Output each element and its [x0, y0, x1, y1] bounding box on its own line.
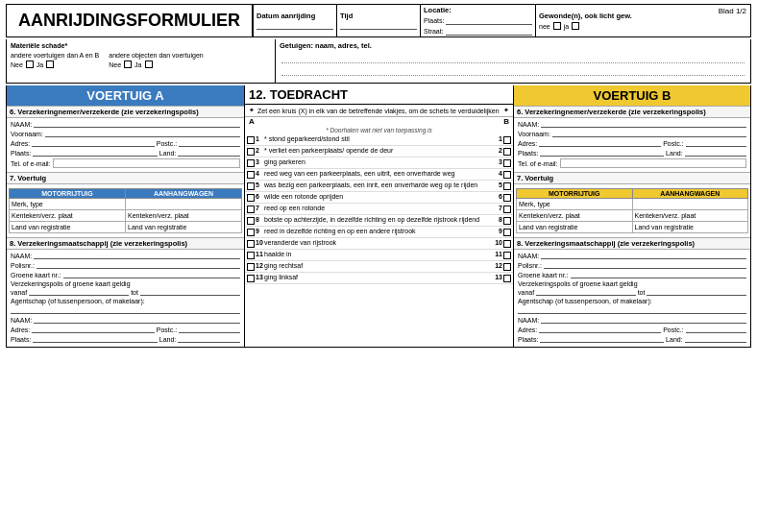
naam-b-field[interactable]	[541, 120, 746, 128]
land-b-field[interactable]	[685, 149, 746, 157]
polisnr-a-field[interactable]	[37, 261, 240, 269]
td-cb-b-10[interactable]: 10	[496, 239, 511, 248]
landreg-b-aanhang[interactable]: Land van registratie	[632, 222, 748, 233]
kenteken-b-motor[interactable]: Kenteken/verz. plaat	[517, 210, 633, 222]
vanaf-b-field[interactable]	[536, 288, 636, 296]
landreg-a-motor[interactable]: Land van registratie	[10, 222, 126, 233]
adres2a-field[interactable]	[32, 326, 155, 333]
sec6a-header: 6. Verzekeringnemer/verzekerde (zie verz…	[7, 106, 244, 118]
kenteken-a-aanhang[interactable]: Kenteken/verz. plaat	[126, 210, 242, 222]
groenekrt-a-field[interactable]	[63, 271, 240, 278]
nee-checkbox[interactable]	[553, 22, 561, 30]
postc-b-field[interactable]	[686, 139, 746, 147]
mat-ja1-cb[interactable]	[46, 60, 54, 68]
vanaf-a-field[interactable]	[29, 288, 129, 296]
land2a-field[interactable]	[178, 335, 240, 343]
postc2b-field[interactable]	[686, 326, 746, 333]
td-cb-a-7[interactable]: 7	[247, 205, 262, 213]
td-cb-b-8[interactable]: 8	[496, 216, 511, 225]
td-cb-a-10[interactable]: 10	[247, 239, 262, 248]
td-cb-b-6[interactable]: 6	[496, 193, 511, 202]
kenteken-b-aanhang[interactable]: Kenteken/verz. plaat	[632, 210, 748, 222]
td-cb-b-11[interactable]: 11	[496, 251, 511, 259]
td-cb-b-5[interactable]: 5	[496, 181, 511, 190]
tot-b-field[interactable]	[647, 288, 746, 296]
td-cb-a-11[interactable]: 11	[247, 251, 262, 259]
td-cb-a-4[interactable]: 4	[247, 170, 262, 179]
landreg-a-aanhang[interactable]: Land van registratie	[126, 222, 242, 233]
land2b-field[interactable]	[685, 335, 746, 343]
postc-a-field[interactable]	[179, 139, 240, 147]
postc2a-label: Postc.:	[157, 326, 177, 333]
naam2a-field[interactable]	[34, 252, 240, 259]
straat-line[interactable]	[446, 28, 532, 36]
naam3a-field[interactable]	[34, 316, 240, 324]
postc2a-field[interactable]	[179, 326, 240, 333]
plaats-line[interactable]	[446, 17, 532, 25]
adres-a-field[interactable]	[32, 139, 155, 147]
td-cb-a-3[interactable]: 3	[247, 158, 262, 167]
page: AANRIJDINGSFORMULIER Datum aanrijding Ti…	[0, 0, 757, 532]
td-cb-b-1[interactable]: 1	[496, 135, 511, 144]
landreg-b-motor[interactable]: Land van registratie	[517, 222, 633, 233]
td-cb-a-1[interactable]: 1	[247, 135, 262, 144]
td-cb-b-3[interactable]: 3	[496, 158, 511, 167]
tijd-cell: Tijd	[337, 5, 421, 36]
gkgeldig-a-row: vanaf tot	[11, 288, 240, 296]
polisnr-b-row: Polisnr.:	[518, 261, 746, 269]
mat-nee2-cb[interactable]	[124, 60, 132, 68]
td-cb-a-5[interactable]: 5	[247, 181, 262, 190]
adres-b-field[interactable]	[539, 139, 661, 147]
kenteken-a-motor[interactable]: Kenteken/verz. plaat	[10, 210, 126, 222]
td-cb-a-6[interactable]: 6	[247, 193, 262, 202]
land-a-field[interactable]	[178, 149, 240, 157]
sec8b-header: 8. Verzekeringsmaatschappij (zie verzeke…	[514, 237, 750, 250]
td-cb-b-13[interactable]: 13	[496, 274, 511, 282]
voornaam-a-row: Voornaam:	[11, 130, 240, 137]
groenekrt-b-field[interactable]	[571, 271, 746, 278]
td-cb-b-9[interactable]: 9	[496, 228, 511, 236]
td-cb-a-9[interactable]: 9	[247, 228, 262, 236]
voornaam-b-field[interactable]	[552, 130, 746, 137]
td-cb-a-8[interactable]: 8	[247, 216, 262, 225]
naam3b-field[interactable]	[541, 316, 746, 324]
merk-b-motor[interactable]: Merk, type	[517, 199, 633, 210]
merk-a-aanhang[interactable]	[126, 199, 242, 210]
landreg-b-row: Land van registratie Land van registrati…	[517, 222, 748, 233]
tel-b-field[interactable]	[560, 158, 746, 168]
merk-b-row: Merk, type	[517, 199, 748, 210]
plaats2b-field[interactable]	[540, 335, 664, 343]
td-cb-b-12[interactable]: 12	[496, 262, 511, 271]
agentschap-a-field[interactable]	[11, 306, 240, 314]
agentschap-b-field[interactable]	[518, 306, 746, 314]
naam-a-field[interactable]	[34, 120, 240, 128]
plaats2a-field[interactable]	[33, 335, 157, 343]
polisnr-b-field[interactable]	[544, 261, 746, 269]
plaats-b-field[interactable]	[540, 149, 664, 157]
td-cb-b-7[interactable]: 7	[496, 205, 511, 213]
getuigen-line1[interactable]	[281, 54, 745, 63]
td-cb-a-13[interactable]: 13	[247, 274, 262, 282]
getuigen-line2[interactable]	[281, 66, 745, 76]
naam2b-field[interactable]	[541, 252, 746, 259]
plaats-a-field[interactable]	[33, 149, 157, 157]
td-cb-a-2[interactable]: 2	[247, 147, 262, 156]
mat-nee1-cb[interactable]	[26, 60, 34, 68]
tot-a-field[interactable]	[140, 288, 240, 296]
tijd-line[interactable]	[340, 22, 417, 30]
adres2b-field[interactable]	[539, 326, 661, 333]
voornaam-a-field[interactable]	[45, 130, 240, 137]
ja-checkbox[interactable]	[572, 22, 579, 30]
mat-ja2-cb[interactable]	[145, 60, 153, 68]
voornaam-b-label: Voornaam:	[518, 131, 550, 137]
merk-a-motor[interactable]: Merk, type	[10, 199, 126, 210]
td-cb-a-12[interactable]: 12	[247, 262, 262, 271]
plaats2a-row: Plaats: Land:	[11, 335, 240, 343]
merk-b-aanhang[interactable]	[632, 199, 748, 210]
td-cb-b-2[interactable]: 2	[496, 147, 511, 156]
motorrijtuig-a-header: MOTORRIJTUIG	[10, 189, 126, 199]
toedracht-item-8: 8 botste op achterzijde, in dezelfde ric…	[245, 215, 513, 227]
datum-line[interactable]	[256, 22, 333, 30]
tel-a-field[interactable]	[53, 158, 240, 168]
td-cb-b-4[interactable]: 4	[496, 170, 511, 179]
